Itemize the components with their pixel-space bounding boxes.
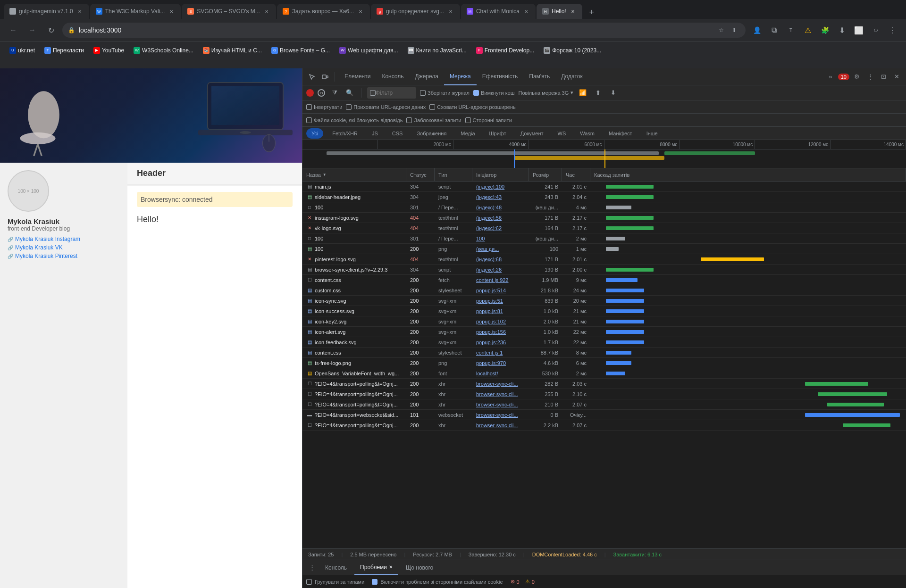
table-row[interactable]: ▬ ?EIO=4&transport=websocket&sid... 101 … xyxy=(302,410,906,420)
console-tab-new[interactable]: Що нового xyxy=(400,560,439,575)
row-initiator[interactable]: (індекс):43 xyxy=(472,192,529,202)
table-row[interactable]: ▤ icon-sync.svg 200 svg+xml popup.js:51 … xyxy=(302,296,906,306)
filter-all[interactable]: Усі xyxy=(306,128,323,139)
tab-memory[interactable]: Пам'ять xyxy=(523,68,555,85)
table-row[interactable]: ✕ instagram-logo.svg 404 text/html (інде… xyxy=(302,213,906,223)
menu-button[interactable]: ⋮ xyxy=(885,23,900,38)
table-row[interactable]: ▤ OpenSans_VariableFont_wdth_wg... 200 f… xyxy=(302,368,906,379)
row-initiator[interactable]: popup.js:81 xyxy=(472,306,529,316)
bookmark-ukr[interactable]: U ukr.net xyxy=(6,45,39,56)
row-initiator[interactable]: content.js:1 xyxy=(472,348,529,357)
table-row[interactable]: ▤ icon-feedback.svg 200 svg+xml popup.js… xyxy=(302,337,906,348)
tab-close-1[interactable]: ✕ xyxy=(76,8,84,15)
third-party-checkbox[interactable]: Сторонні запити xyxy=(465,117,512,123)
header-waterfall[interactable]: Каскад запитів xyxy=(590,168,906,181)
throttle-select[interactable]: Повільна мережа 3G ▾ xyxy=(519,90,574,96)
tab-monica[interactable]: M Chat with Monica ✕ xyxy=(461,4,536,19)
tab-elements[interactable]: Елементи xyxy=(339,68,376,85)
hide-data-urls-cb[interactable] xyxy=(346,104,352,110)
tab-close-7[interactable]: ✕ xyxy=(569,8,577,15)
tab-close-5[interactable]: ✕ xyxy=(447,8,454,15)
clear-button[interactable]: ○ xyxy=(318,89,325,97)
tab-performance[interactable]: Ефективність xyxy=(477,68,524,85)
blocked-requests-checkbox[interactable]: Заблоковані запити xyxy=(406,117,461,123)
table-row[interactable]: ▤ icon-success.svg 200 svg+xml popup.js:… xyxy=(302,306,906,316)
row-initiator[interactable]: browser-sync-cli... xyxy=(472,389,529,399)
blocked-requests-cb[interactable] xyxy=(406,117,412,123)
bookmark-html[interactable]: 📚 Изучай HTML и С... xyxy=(199,45,266,56)
tab-close-2[interactable]: ✕ xyxy=(168,8,175,15)
preserve-log-cb[interactable] xyxy=(420,90,426,96)
dock-button[interactable]: ⊡ xyxy=(878,71,889,83)
console-tab-console[interactable]: Консоль xyxy=(319,560,352,575)
table-row[interactable]: □ 100 301 / Пере... 100 (кеш ди... 2 мс xyxy=(302,233,906,244)
disable-cache-checkbox[interactable]: Вимкнути кеш xyxy=(473,90,515,96)
bookmark-fonts[interactable]: G Browse Fonts – G... xyxy=(268,45,334,56)
forward-button[interactable]: → xyxy=(25,23,40,38)
table-row[interactable]: ▤ main.js 304 script (індекс):100 241 B … xyxy=(302,182,906,192)
upload-har-button[interactable]: ⬆ xyxy=(592,87,604,99)
block-urls-checkbox[interactable]: Сховати URL-адреси розширень xyxy=(429,104,516,110)
row-initiator[interactable]: (індекс):62 xyxy=(472,223,529,233)
filter-checkbox[interactable] xyxy=(370,90,376,96)
row-initiator[interactable]: (індекс):48 xyxy=(472,202,529,212)
cookies-blocking-checkbox[interactable]: Файли cookie, які блокують відповідь xyxy=(306,117,403,123)
invert-cb[interactable] xyxy=(306,104,312,110)
row-initiator[interactable]: popup.js:514 xyxy=(472,285,529,295)
row-initiator[interactable]: (індекс):56 xyxy=(472,213,529,223)
table-row[interactable]: ▤ ts-free-logo.png 200 png popup.js:970 … xyxy=(302,358,906,368)
table-row[interactable]: ✕ pinterest-logo.svg 404 text/html (інде… xyxy=(302,254,906,265)
new-tab-button[interactable]: + xyxy=(585,6,598,19)
filter-input[interactable] xyxy=(376,90,413,96)
tab-close-6[interactable]: ✕ xyxy=(522,8,530,15)
bookmark-webfonts[interactable]: W Web шрифти для... xyxy=(336,45,402,56)
tab-gulp-imagemin[interactable]: G gulp-imagemin v7.1.0 ✕ xyxy=(4,4,89,19)
address-bar[interactable]: 🔒 localhost:3000 ☆ ⬆ xyxy=(62,23,746,38)
filter-js[interactable]: JS xyxy=(367,128,383,139)
download-har-button[interactable]: ⬇ xyxy=(607,87,619,99)
row-initiator[interactable]: 100 xyxy=(472,233,529,243)
download-icon[interactable]: ⬇ xyxy=(834,23,849,38)
table-row[interactable]: ▤ sidebar-header.jpeg 304 jpeg (індекс):… xyxy=(302,192,906,202)
row-initiator[interactable]: popup.js:156 xyxy=(472,327,529,337)
warning-icon[interactable]: ⚠ xyxy=(800,23,815,38)
row-initiator[interactable]: (кеш ди... xyxy=(472,244,529,254)
inspect-element-button[interactable] xyxy=(306,71,318,83)
wifi-icon[interactable]: 📶 xyxy=(577,87,588,99)
cookies-blocking-cb[interactable] xyxy=(306,117,312,123)
third-party-cookies-cb[interactable] xyxy=(372,579,378,585)
tab-close-3[interactable]: ✕ xyxy=(263,8,270,15)
table-row[interactable]: □ 100 301 / Пере... (індекс):48 (кеш ди.… xyxy=(302,202,906,213)
tab-sources[interactable]: Джерела xyxy=(410,68,444,85)
table-row[interactable]: ☐ ?EIO=4&transport=polling&t=Ognj... 200… xyxy=(302,399,906,410)
table-row[interactable]: ☐ content.css 200 fetch content.js:922 1… xyxy=(302,275,906,285)
table-row[interactable]: ▤ content.css 200 stylesheet content.js:… xyxy=(302,348,906,358)
bookmark-star-icon[interactable]: ☆ xyxy=(715,25,727,36)
tab-network[interactable]: Мережа xyxy=(444,68,477,85)
share-icon[interactable]: ⬆ xyxy=(729,25,740,36)
row-initiator[interactable]: browser-sync-cli... xyxy=(472,399,529,409)
bookmark-youtube[interactable]: ▶ YouTube xyxy=(90,45,128,56)
tab-gulp-svg[interactable]: g gulp определяет svg... ✕ xyxy=(371,4,460,19)
table-row[interactable]: ▤ custom.css 200 stylesheet popup.js:514… xyxy=(302,285,906,296)
row-initiator[interactable]: popup.js:236 xyxy=(472,337,529,347)
group-by-types-cb[interactable] xyxy=(306,579,312,585)
third-party-cookies-checkbox[interactable]: Включити проблеми зі сторонніми файлами … xyxy=(372,579,503,585)
row-initiator[interactable]: (індекс):100 xyxy=(472,182,529,191)
tab-w3c[interactable]: W The W3C Markup Vali... ✕ xyxy=(90,4,181,19)
row-initiator[interactable]: content.js:922 xyxy=(472,275,529,285)
refresh-button[interactable]: ↻ xyxy=(43,23,59,38)
problems-close[interactable]: ✕ xyxy=(389,564,393,570)
tab-zadati[interactable]: ? Задать вопрос — Ха6... ✕ xyxy=(277,4,370,19)
filter-images[interactable]: Зображення xyxy=(411,128,452,139)
third-party-cb[interactable] xyxy=(465,117,471,123)
console-menu-button[interactable]: ⋮ xyxy=(306,562,318,573)
bookmark-w3schools[interactable]: W W3Schools Online... xyxy=(130,45,197,56)
row-initiator[interactable]: (індекс):26 xyxy=(472,265,529,274)
filter-media[interactable]: Медіа xyxy=(455,128,480,139)
table-row[interactable]: ▤ icon-alert.svg 200 svg+xml popup.js:15… xyxy=(302,327,906,337)
more-tabs-button[interactable]: » xyxy=(825,71,836,83)
preserve-log-checkbox[interactable]: Зберігати журнал xyxy=(420,90,470,96)
row-initiator[interactable]: browser-sync-cli... xyxy=(472,379,529,389)
translate-icon[interactable]: T xyxy=(783,23,798,38)
